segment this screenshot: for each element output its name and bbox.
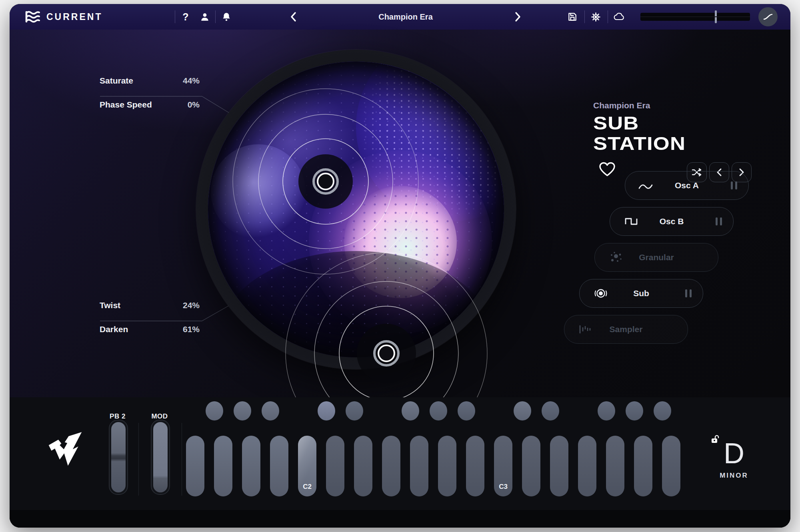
brand: CURRENT: [25, 4, 102, 30]
save-button[interactable]: [564, 4, 581, 30]
black-key-A#2[interactable]: [458, 401, 475, 420]
osc-label: Granular: [595, 253, 718, 262]
white-key-G2[interactable]: [410, 436, 428, 496]
macro-label: Twist: [100, 301, 120, 310]
black-key-G#3[interactable]: [626, 401, 643, 420]
preset-prev-button[interactable]: [286, 9, 302, 25]
macro-twist[interactable]: Twist 24%: [100, 301, 200, 310]
preset-label: Champion Era: [593, 101, 650, 110]
brand-name: CURRENT: [46, 12, 102, 22]
white-key-E2[interactable]: [354, 436, 372, 496]
pause-icon[interactable]: [716, 217, 722, 225]
topbar: CURRENT ? Champion Era: [10, 4, 790, 30]
black-key-D#2[interactable]: [346, 401, 363, 420]
osc-a-button[interactable]: Osc A: [625, 171, 749, 200]
preset-nav: Champion Era: [286, 4, 526, 30]
white-key-B2[interactable]: [466, 436, 484, 496]
pause-icon[interactable]: [685, 289, 692, 297]
curve-icon: [763, 12, 773, 21]
account-button[interactable]: [196, 4, 214, 30]
settings-button[interactable]: [587, 4, 604, 30]
key-scale-label: MINOR: [712, 472, 756, 480]
white-key-D3[interactable]: [522, 436, 540, 496]
black-key-A#1[interactable]: [262, 401, 279, 420]
key-octave-label: C3: [494, 483, 512, 491]
pause-icon[interactable]: [731, 181, 737, 189]
gear-icon: [590, 12, 601, 22]
bell-icon: [221, 12, 232, 22]
topbar-divider: [584, 10, 585, 23]
artwork-vignette: [208, 62, 504, 357]
save-icon: [567, 12, 578, 22]
osc-label: Osc B: [610, 217, 733, 226]
white-key-F1[interactable]: [186, 436, 204, 496]
preset-title: SUB STATION: [593, 113, 686, 153]
white-key-E3[interactable]: [550, 436, 568, 496]
macro-value: 44%: [183, 76, 200, 86]
white-key-A3[interactable]: [634, 436, 652, 496]
white-key-F2[interactable]: [382, 436, 400, 496]
white-key-G3[interactable]: [606, 436, 624, 496]
notifications-button[interactable]: [218, 4, 235, 30]
preset-title-line2: STATION: [593, 133, 686, 153]
curve-mode-button[interactable]: [758, 7, 778, 26]
favorite-button[interactable]: [598, 161, 616, 177]
osc-label: Osc A: [625, 181, 748, 190]
black-key-F#1[interactable]: [206, 401, 223, 420]
black-key-A#3[interactable]: [654, 401, 671, 420]
white-key-F3[interactable]: [578, 436, 596, 496]
black-key-G#1[interactable]: [234, 401, 251, 420]
sub-button[interactable]: Sub: [579, 279, 703, 308]
help-button[interactable]: ?: [177, 4, 194, 30]
white-key-G1[interactable]: [214, 436, 232, 496]
plugin-window: CURRENT ? Champion Era: [10, 4, 790, 528]
current-logo-icon: [25, 10, 41, 24]
macro-value: 0%: [188, 100, 200, 110]
black-key-G#2[interactable]: [430, 401, 447, 420]
main-panel: Saturate 44% Phase Speed 0% Twist 24% Da…: [10, 30, 790, 397]
cloud-button[interactable]: [610, 4, 628, 30]
granular-button[interactable]: Granular: [594, 243, 718, 272]
white-key-D2[interactable]: [326, 436, 344, 496]
white-key-A2[interactable]: [438, 436, 456, 496]
macro-darken[interactable]: Darken 61%: [100, 325, 200, 334]
macro-phase-speed[interactable]: Phase Speed 0%: [100, 100, 200, 110]
white-key-B1[interactable]: [270, 436, 288, 496]
key-signature[interactable]: D MINOR: [712, 439, 756, 480]
white-key-A1[interactable]: [242, 436, 260, 496]
black-key-C#2[interactable]: [318, 401, 335, 420]
user-icon: [200, 12, 210, 22]
black-key-F#2[interactable]: [402, 401, 419, 420]
white-key-C3[interactable]: C3: [494, 436, 512, 496]
black-key-D#3[interactable]: [542, 401, 559, 420]
macro-label: Saturate: [100, 76, 133, 86]
black-key-F#3[interactable]: [598, 401, 615, 420]
screen: CURRENT ? Champion Era: [0, 0, 800, 532]
osc-label: Sampler: [564, 325, 688, 334]
sampler-button[interactable]: Sampler: [564, 315, 688, 344]
topbar-divider: [215, 10, 216, 23]
preset-name[interactable]: Champion Era: [378, 12, 433, 22]
macro-value: 61%: [183, 325, 200, 334]
preset-artwork: [208, 62, 504, 357]
keyboard-section: PB 2 MOD C2C3 D MINOR: [10, 397, 790, 528]
keyboard-keys: C2C3: [10, 397, 790, 528]
macro-value: 24%: [183, 301, 200, 310]
volume-slider[interactable]: [640, 13, 750, 21]
white-key-B3[interactable]: [662, 436, 680, 496]
white-key-C2[interactable]: C2: [298, 436, 316, 496]
cloud-icon: [613, 12, 625, 22]
key-octave-label: C2: [298, 483, 316, 491]
topbar-divider: [175, 10, 175, 23]
black-key-C#3[interactable]: [514, 401, 531, 420]
macro-label: Darken: [100, 325, 128, 334]
heart-icon: [598, 161, 616, 177]
osc-b-button[interactable]: Osc B: [610, 207, 734, 236]
artwork-disc: [196, 50, 516, 369]
macro-label: Phase Speed: [100, 100, 152, 110]
preset-title-line1: SUB: [593, 113, 686, 133]
help-icon: ?: [182, 11, 188, 23]
volume-slider-thumb[interactable]: [715, 10, 717, 23]
preset-next-button[interactable]: [510, 9, 526, 25]
macro-saturate[interactable]: Saturate 44%: [100, 76, 200, 86]
